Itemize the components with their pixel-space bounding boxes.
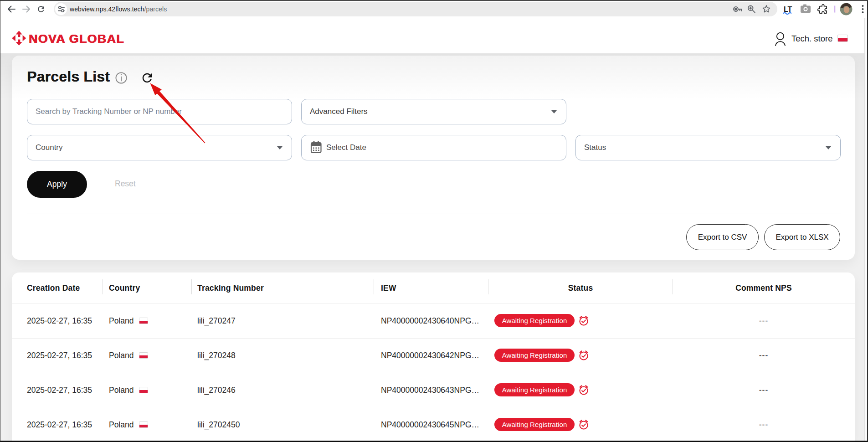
svg-text:LT: LT <box>784 5 792 13</box>
